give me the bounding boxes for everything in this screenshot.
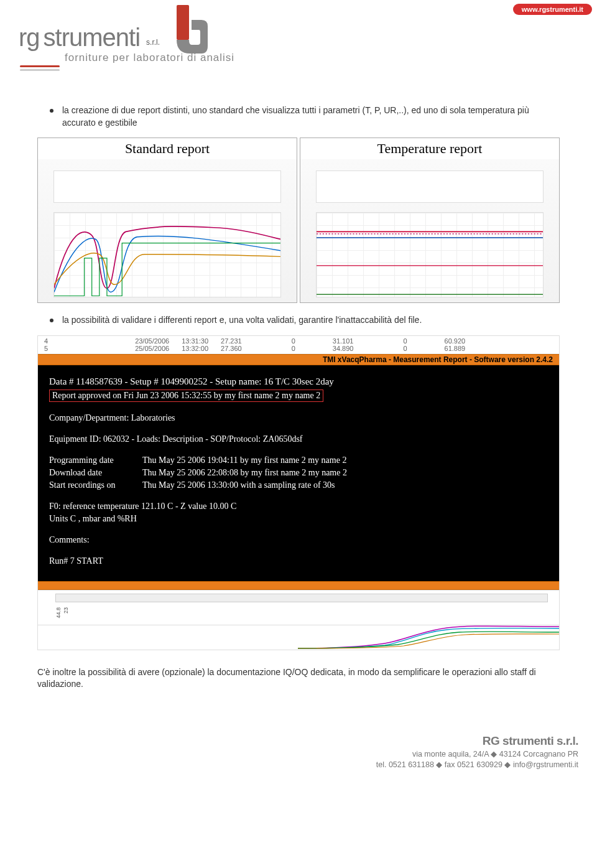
report-graph-strip — [38, 625, 559, 650]
report-equipment-line: Equipment ID: 062032 - Loads: Descriptio… — [49, 434, 548, 444]
screenshot-standard-title: Standard report — [38, 138, 297, 159]
cell: 27.360 — [221, 345, 242, 352]
screenshot-temperature: Temperature report — [300, 138, 560, 303]
bullet-1-text: la creazione di due report distinti, uno… — [62, 105, 560, 129]
page-content: la creazione di due report distinti, uno… — [0, 105, 597, 703]
bullet-2-text: la possibilità di validare i differenti … — [62, 314, 422, 327]
screenshot-row: Standard report Temperature report — [37, 138, 560, 303]
brand-logo: rg strumenti s.r.l. forniture per labora… — [19, 24, 578, 67]
report-start-label: Start recordings on — [49, 480, 142, 490]
report-prog-val: Thu May 25 2006 19:04:11 by my first nam… — [142, 455, 346, 465]
cell: 27.231 — [221, 337, 242, 345]
axis-tick: 23 — [63, 607, 69, 614]
bullet-dot-icon — [50, 109, 53, 113]
cell: 60.920 — [445, 337, 466, 345]
report-top-rows: 4 23/05/2006 13:31:30 27.231 0 31.101 0 … — [38, 336, 559, 354]
screenshot-temperature-title: Temperature report — [300, 138, 559, 159]
footer-address: via monte aquila, 24/A ◆ 43124 Corcagnan… — [0, 749, 578, 758]
bullet-1: la creazione di due report distinti, uno… — [50, 105, 560, 129]
website-badge: www.rgstrumenti.it — [513, 4, 592, 15]
report-approved-line: Report approved on Fri Jun 23 2006 15:32… — [49, 390, 323, 402]
cell: 0 — [403, 337, 407, 345]
report-separator-bar — [38, 581, 559, 590]
report-run-line: Run# 7 START — [49, 556, 548, 566]
scrollbar[interactable] — [55, 594, 548, 602]
cell: 0 — [403, 345, 407, 352]
report-data-line: Data # 1148587639 - Setup # 1049900252 -… — [49, 376, 548, 387]
report-comments-line: Comments: — [49, 535, 548, 545]
page-footer: RG strumenti s.r.l. via monte aquila, 24… — [0, 734, 597, 778]
cell: 4 — [44, 337, 48, 345]
cell: 13:32:00 — [182, 345, 208, 352]
report-footer-area: 44.8 23 — [38, 590, 559, 625]
screenshot-standard: Standard report — [37, 138, 297, 303]
cell: 31.101 — [333, 337, 354, 345]
page-header: www.rgstrumenti.it rg strumenti s.r.l. f… — [0, 0, 597, 100]
logo-icon — [148, 5, 210, 63]
cell: 5 — [44, 345, 48, 352]
cell: 34.890 — [333, 345, 354, 352]
bullet-dot-icon — [50, 319, 53, 322]
report-prog-label: Programming date — [49, 455, 142, 465]
footer-tel: tel. 0521 631188 ◆ fax 0521 630929 ◆ inf… — [0, 760, 578, 769]
bullet-2: la possibilità di validare i differenti … — [50, 314, 560, 327]
report-body: Data # 1148587639 - Setup # 1049900252 -… — [38, 365, 559, 581]
cell: 23/05/2006 — [135, 337, 169, 345]
report-title-bar: TMI xVacqPharma - Measurement Report - S… — [38, 354, 559, 365]
brand-underline — [20, 65, 60, 67]
svg-rect-0 — [177, 5, 189, 40]
cell: 25/05/2006 — [135, 345, 169, 352]
cell: 0 — [292, 337, 295, 345]
report-start-val: Thu May 25 2006 13:30:00 with a sampling… — [142, 480, 335, 490]
report-f0-line: F0: reference temperature 121.10 C - Z v… — [49, 502, 548, 511]
report-units-line: Units C , mbar and %RH — [49, 514, 548, 524]
brand-strumenti: strumenti — [44, 24, 141, 52]
report-screenshot: 4 23/05/2006 13:31:30 27.231 0 31.101 0 … — [37, 335, 560, 650]
report-dl-label: Download date — [49, 468, 142, 478]
footer-brand: RG strumenti s.r.l. — [0, 734, 578, 748]
final-paragraph: C'è inoltre la possibilità di avere (opz… — [37, 666, 560, 691]
cell: 0 — [292, 345, 295, 352]
report-company-line: Company/Department: Laboratories — [49, 413, 548, 423]
cell: 61.889 — [445, 345, 466, 352]
axis-tick: 44.8 — [55, 607, 62, 618]
brand-rg: rg — [19, 24, 40, 52]
cell: 13:31:30 — [182, 337, 208, 345]
report-dl-val: Thu May 25 2006 22:08:08 by my first nam… — [142, 468, 347, 478]
